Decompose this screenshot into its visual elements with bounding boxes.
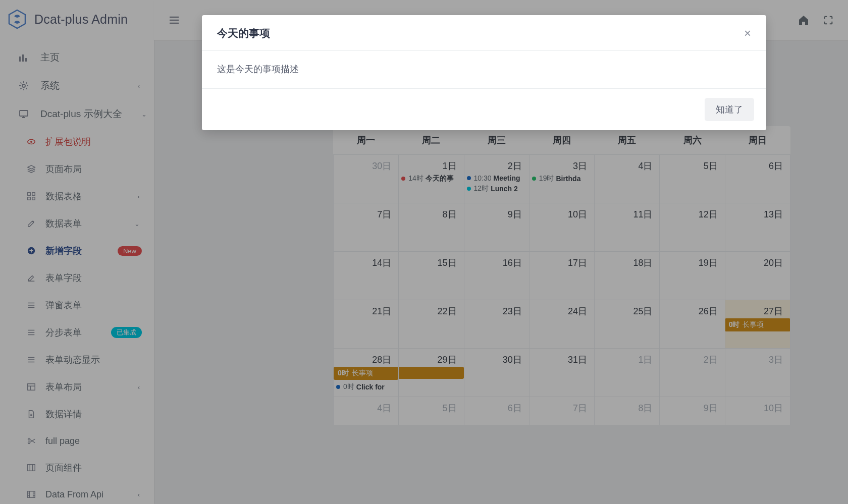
modal: 今天的事项 × 这是今天的事项描述 知道了 <box>202 15 766 130</box>
modal-header: 今天的事项 × <box>202 15 766 51</box>
modal-ok-button[interactable]: 知道了 <box>705 98 754 121</box>
modal-body: 这是今天的事项描述 <box>202 51 766 89</box>
modal-title: 今天的事项 <box>217 26 270 40</box>
modal-footer: 知道了 <box>202 89 766 130</box>
close-icon[interactable]: × <box>744 26 751 40</box>
